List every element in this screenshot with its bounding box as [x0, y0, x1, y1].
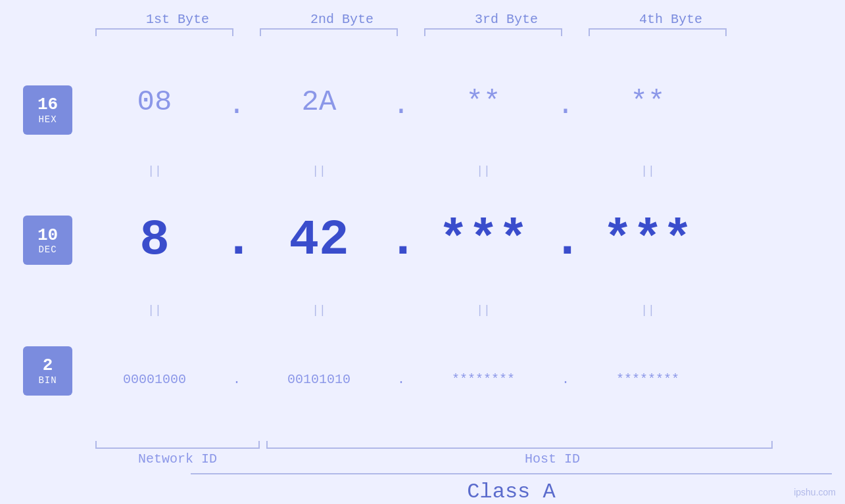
dec-dot2: . — [388, 208, 414, 273]
eq1-b2: || — [250, 162, 388, 180]
dec-dot1: . — [224, 208, 250, 273]
hex-dot2: . — [388, 82, 414, 122]
bin-byte3: ******** — [414, 372, 552, 387]
eq1-b1: || — [85, 162, 224, 180]
hex-base-name: HEX — [38, 114, 57, 125]
byte1-label: 1st Byte — [95, 12, 260, 27]
bin-base-name: BIN — [38, 375, 57, 386]
class-label: Class A — [467, 480, 555, 504]
bracket-byte4 — [589, 28, 727, 36]
dec-byte4: *** — [579, 212, 717, 269]
dec-base-name: DEC — [38, 244, 57, 255]
main-data-section: 16 HEX 10 DEC 2 BIN 08 . 2A . ** . ** — [0, 41, 845, 440]
dec-base-number: 10 — [37, 226, 58, 245]
bin-byte2: 00101010 — [250, 372, 388, 387]
hex-badge: 16 HEX — [23, 85, 72, 135]
hex-byte2: 2A — [250, 85, 388, 118]
dec-byte2: 42 — [250, 212, 388, 269]
eq1-b4: || — [579, 162, 717, 180]
byte3-label: 3rd Byte — [424, 12, 589, 27]
eq2-b1: || — [85, 301, 224, 319]
eq-row-2: || || || || — [85, 301, 845, 319]
host-id-label: Host ID — [260, 451, 845, 467]
eq1-b3: || — [414, 162, 552, 180]
values-column: 08 . 2A . ** . ** || || || || 8 . — [85, 41, 845, 440]
dec-values-row: 8 . 42 . *** . *** — [85, 180, 845, 300]
watermark: ipshu.com — [794, 487, 836, 497]
bracket-host-id — [266, 441, 773, 449]
eq2-b3: || — [414, 301, 552, 319]
bottom-bracket-row — [95, 441, 845, 449]
byte2-label: 2nd Byte — [260, 12, 424, 27]
hex-base-number: 16 — [37, 95, 58, 114]
bin-dot1: . — [224, 372, 250, 387]
eq2-b2: || — [250, 301, 388, 319]
class-section: Class A — [191, 473, 832, 504]
bracket-byte2 — [260, 28, 398, 36]
bracket-byte3 — [424, 28, 562, 36]
main-layout: 1st Byte 2nd Byte 3rd Byte 4th Byte 16 H… — [0, 0, 845, 504]
hex-byte3: ** — [414, 85, 552, 118]
bin-badge: 2 BIN — [23, 346, 72, 396]
bin-dot2: . — [388, 372, 414, 387]
dec-byte3: *** — [414, 212, 552, 269]
hex-byte1: 08 — [85, 85, 224, 118]
base-badges-column: 16 HEX 10 DEC 2 BIN — [0, 41, 85, 440]
bracket-byte1 — [95, 28, 233, 36]
hex-dot3: . — [552, 82, 579, 122]
bin-byte1: 00001000 — [85, 372, 224, 387]
bottom-label-row: Network ID Host ID — [95, 451, 845, 467]
dec-dot3: . — [552, 208, 579, 273]
bin-values-row: 00001000 . 00101010 . ******** . *******… — [85, 319, 845, 440]
byte4-label: 4th Byte — [589, 12, 753, 27]
bin-base-number: 2 — [43, 356, 53, 375]
network-id-label: Network ID — [95, 451, 260, 467]
dec-byte1: 8 — [85, 212, 224, 269]
bin-dot3: . — [552, 372, 579, 387]
bin-byte4: ******** — [579, 372, 717, 387]
hex-byte4: ** — [579, 85, 717, 118]
hex-dot1: . — [224, 82, 250, 122]
eq2-b4: || — [579, 301, 717, 319]
byte-labels-row: 1st Byte 2nd Byte 3rd Byte 4th Byte — [95, 12, 845, 27]
hex-values-row: 08 . 2A . ** . ** — [85, 41, 845, 162]
top-brackets — [95, 28, 845, 36]
bracket-network-id — [95, 441, 260, 449]
eq-row-1: || || || || — [85, 162, 845, 180]
bottom-section: Network ID Host ID Class A — [95, 441, 845, 504]
dec-badge: 10 DEC — [23, 216, 72, 265]
